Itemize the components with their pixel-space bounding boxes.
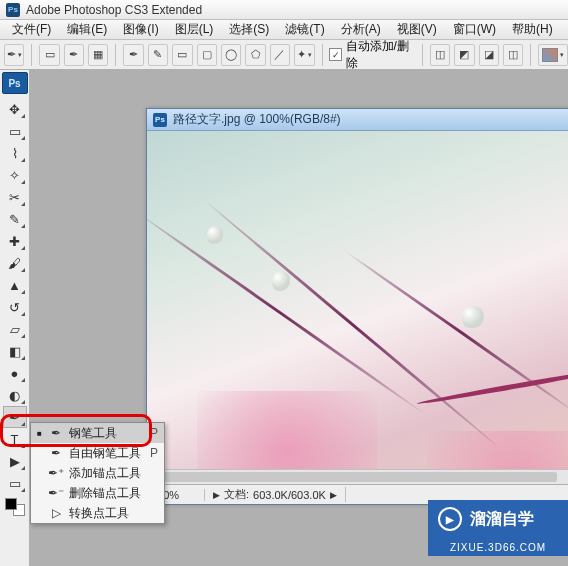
eraser-tool[interactable]: ▱: [3, 318, 27, 340]
flyout-item-add-anchor-tool[interactable]: ✒⁺ 添加锚点工具: [31, 463, 164, 483]
flyout-item-convert-point-tool[interactable]: ▷ 转换点工具: [31, 503, 164, 523]
flyout-label: 钢笔工具: [69, 425, 117, 442]
separator: [115, 44, 116, 66]
separator: [322, 44, 323, 66]
magic-wand-tool[interactable]: ✧: [3, 164, 27, 186]
healing-brush-tool[interactable]: ✚: [3, 230, 27, 252]
menu-bar: 文件(F) 编辑(E) 图像(I) 图层(L) 选择(S) 滤镜(T) 分析(A…: [0, 20, 568, 40]
play-icon: ▶: [438, 507, 462, 531]
doc-info-label: 文档:: [224, 487, 249, 502]
flyout-shortcut: P: [150, 446, 158, 460]
title-bar: Ps Adobe Photoshop CS3 Extended: [0, 0, 568, 20]
convert-point-icon: ▷: [49, 506, 63, 520]
path-selection-tool[interactable]: ▶: [3, 450, 27, 472]
arrow-right-icon: ▶: [213, 490, 220, 500]
flyout-shortcut: P: [150, 426, 158, 440]
gradient-tool[interactable]: ◧: [3, 340, 27, 362]
line-shape-icon[interactable]: ／: [270, 44, 290, 66]
menu-image[interactable]: 图像(I): [115, 21, 166, 38]
flyout-label: 删除锚点工具: [69, 485, 141, 502]
style-swatch[interactable]: ▾: [538, 44, 568, 66]
clone-stamp-tool[interactable]: ▲: [3, 274, 27, 296]
menu-layer[interactable]: 图层(L): [167, 21, 222, 38]
tools-panel: Ps ✥ ▭ ⌇ ✧ ✂ ✎ ✚ 🖌 ▲ ↺ ▱ ◧ ● ◐ ✒ T ▶ ▭: [0, 70, 30, 566]
marquee-tool[interactable]: ▭: [3, 120, 27, 142]
chevron-down-icon: ▾: [18, 51, 22, 59]
image-content: [427, 431, 568, 469]
delete-anchor-icon: ✒⁻: [49, 486, 63, 500]
eyedropper-tool[interactable]: ✎: [3, 208, 27, 230]
pen-shape-icon[interactable]: ✒: [123, 44, 143, 66]
document-canvas[interactable]: [147, 131, 568, 469]
auto-add-delete-label: 自动添加/删除: [346, 38, 415, 72]
auto-add-delete-checkbox[interactable]: ✓: [329, 48, 341, 61]
doc-info-size: 603.0K/603.0K: [253, 489, 326, 501]
image-content: [346, 251, 568, 414]
flyout-item-pen-tool[interactable]: ■ ✒ 钢笔工具 P: [31, 423, 164, 443]
separator: [422, 44, 423, 66]
selected-marker: ■: [37, 429, 43, 438]
image-content: [207, 226, 223, 244]
chevron-right-icon: ▶: [330, 490, 337, 500]
crop-tool[interactable]: ✂: [3, 186, 27, 208]
document-title: 路径文字.jpg @ 100%(RGB/8#): [173, 111, 341, 128]
horizontal-scrollbar[interactable]: [147, 469, 568, 484]
menu-analysis[interactable]: 分析(A): [333, 21, 389, 38]
menu-filter[interactable]: 滤镜(T): [277, 21, 332, 38]
ps-badge[interactable]: Ps: [2, 72, 28, 94]
path-op-subtract-icon[interactable]: ◩: [454, 44, 474, 66]
chevron-down-icon: ▾: [560, 51, 564, 59]
shape-layers-icon[interactable]: ▭: [39, 44, 59, 66]
brush-tool[interactable]: 🖌: [3, 252, 27, 274]
add-anchor-icon: ✒⁺: [49, 466, 63, 480]
image-content: [197, 391, 377, 469]
rounded-rect-shape-icon[interactable]: ▢: [197, 44, 217, 66]
ellipse-shape-icon[interactable]: ◯: [221, 44, 241, 66]
type-tool[interactable]: T: [3, 428, 27, 450]
menu-file[interactable]: 文件(F): [4, 21, 59, 38]
options-bar: ✒▾ ▭ ✒ ▦ ✒ ✎ ▭ ▢ ◯ ⬠ ／ ✦▾ ✓ 自动添加/删除 ◫ ◩ …: [0, 40, 568, 70]
paths-icon[interactable]: ✒: [64, 44, 84, 66]
menu-edit[interactable]: 编辑(E): [59, 21, 115, 38]
image-content: [272, 271, 290, 291]
move-tool[interactable]: ✥: [3, 98, 27, 120]
image-content: [417, 366, 568, 406]
app-title: Adobe Photoshop CS3 Extended: [26, 3, 202, 17]
menu-help[interactable]: 帮助(H): [504, 21, 561, 38]
document-icon: Ps: [153, 113, 167, 127]
freeform-pen-icon: ✒: [49, 446, 63, 460]
polygon-shape-icon[interactable]: ⬠: [245, 44, 265, 66]
flyout-label: 自由钢笔工具: [69, 445, 141, 462]
color-swatches[interactable]: [3, 496, 27, 518]
path-op-exclude-icon[interactable]: ◫: [503, 44, 523, 66]
lasso-tool[interactable]: ⌇: [3, 142, 27, 164]
custom-shape-icon[interactable]: ✦▾: [294, 44, 314, 66]
freeform-pen-shape-icon[interactable]: ✎: [148, 44, 168, 66]
rectangle-shape-icon[interactable]: ▭: [172, 44, 192, 66]
app-icon: Ps: [6, 3, 20, 17]
path-op-add-icon[interactable]: ◫: [430, 44, 450, 66]
flyout-label: 添加锚点工具: [69, 465, 141, 482]
chevron-down-icon: ▾: [308, 51, 312, 59]
separator: [530, 44, 531, 66]
pen-tool[interactable]: ✒: [3, 406, 27, 428]
flyout-item-freeform-pen-tool[interactable]: ✒ 自由钢笔工具 P: [31, 443, 164, 463]
watermark-text: 溜溜自学: [470, 509, 534, 530]
menu-window[interactable]: 窗口(W): [445, 21, 504, 38]
blur-tool[interactable]: ●: [3, 362, 27, 384]
path-op-intersect-icon[interactable]: ◪: [479, 44, 499, 66]
dodge-tool[interactable]: ◐: [3, 384, 27, 406]
document-window: Ps 路径文字.jpg @ 100%(RGB/8#) 100% ▶ 文档:: [146, 108, 568, 505]
fill-pixels-icon[interactable]: ▦: [88, 44, 108, 66]
flyout-label: 转换点工具: [69, 505, 129, 522]
flyout-item-delete-anchor-tool[interactable]: ✒⁻ 删除锚点工具: [31, 483, 164, 503]
history-brush-tool[interactable]: ↺: [3, 296, 27, 318]
image-content: [147, 211, 425, 414]
document-title-bar[interactable]: Ps 路径文字.jpg @ 100%(RGB/8#): [147, 109, 568, 131]
shape-tool[interactable]: ▭: [3, 472, 27, 494]
watermark-sub: ZIXUE.3D66.COM: [428, 538, 568, 556]
menu-select[interactable]: 选择(S): [221, 21, 277, 38]
menu-view[interactable]: 视图(V): [389, 21, 445, 38]
doc-info[interactable]: ▶ 文档: 603.0K/603.0K ▶: [205, 487, 346, 502]
current-tool-icon[interactable]: ✒▾: [4, 44, 24, 66]
